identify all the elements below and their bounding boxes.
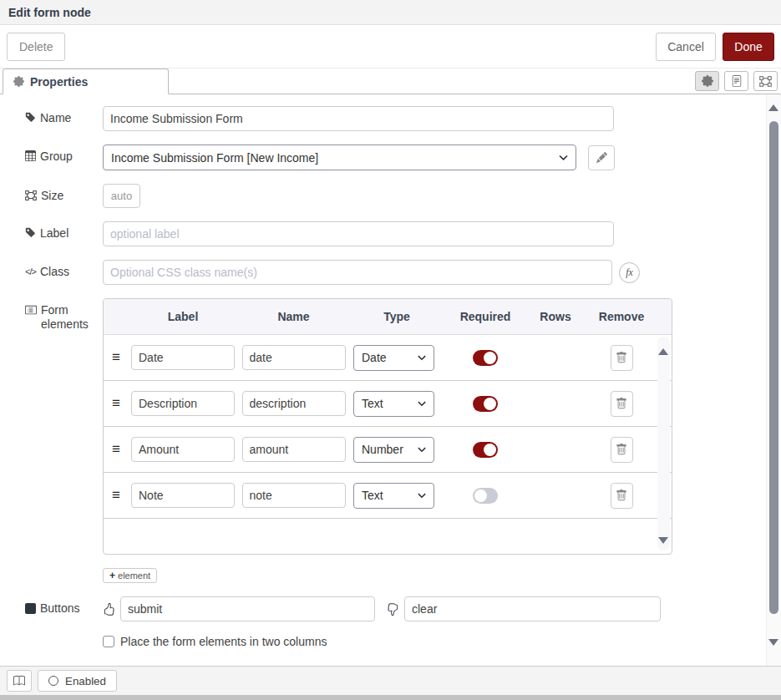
node-help-button[interactable]: [7, 670, 32, 692]
table-scrollbar[interactable]: [657, 337, 670, 550]
drag-handle-icon[interactable]: ≡: [104, 441, 129, 458]
required-toggle[interactable]: [473, 396, 498, 412]
drag-handle-icon[interactable]: ≡: [104, 395, 129, 412]
chevron-down-icon: [558, 152, 569, 163]
scroll-up-arrow[interactable]: [768, 104, 778, 111]
chevron-down-icon: [417, 353, 427, 363]
thumbs-up-icon: [103, 603, 115, 616]
drag-handle-icon[interactable]: ≡: [104, 349, 129, 366]
appearance-view-button[interactable]: [753, 71, 778, 91]
clear-button-text-input[interactable]: [404, 596, 661, 621]
scroll-down-arrow[interactable]: [768, 639, 778, 646]
header-rows: Rows: [527, 310, 584, 323]
element-name-input[interactable]: [242, 391, 346, 416]
dialog-toolbar: Delete Cancel Done: [0, 25, 781, 68]
edit-group-button[interactable]: [588, 145, 615, 170]
header-remove: Remove: [584, 310, 659, 323]
add-element-row: + element: [103, 568, 766, 583]
element-row: ≡ Date: [104, 335, 672, 381]
tab-tools: [695, 71, 778, 91]
remove-element-button[interactable]: [611, 437, 633, 463]
document-icon: [731, 75, 743, 87]
element-row: ≡ Number: [104, 427, 672, 473]
tab-properties[interactable]: Properties: [3, 68, 169, 94]
delete-button[interactable]: Delete: [7, 33, 65, 61]
label-input[interactable]: [103, 221, 614, 246]
table-icon: [25, 150, 36, 161]
header-required: Required: [444, 310, 527, 323]
cancel-button[interactable]: Cancel: [656, 33, 716, 61]
field-row-form-elements: Form elements Label Name Type Required R…: [25, 298, 766, 555]
group-label: Group: [25, 145, 103, 164]
done-button[interactable]: Done: [723, 33, 774, 61]
dialog-footer: Enabled: [0, 666, 781, 695]
required-toggle[interactable]: [473, 350, 498, 366]
required-toggle[interactable]: [473, 488, 498, 504]
buttons-label: Buttons: [25, 596, 103, 616]
code-icon: </>: [25, 265, 36, 279]
drag-handle-icon[interactable]: ≡: [104, 487, 129, 504]
properties-view-button[interactable]: [695, 71, 719, 91]
bottom-strip: [0, 695, 781, 700]
tag-icon: [25, 112, 36, 123]
form-elements-table-header: Label Name Type Required Rows Remove: [104, 299, 672, 335]
chevron-down-icon: [417, 444, 427, 454]
size-frame-icon: [25, 190, 37, 201]
remove-element-button[interactable]: [611, 483, 633, 509]
scrollbar-thumb[interactable]: [769, 121, 778, 614]
element-label-input[interactable]: [131, 391, 235, 416]
element-type-select[interactable]: Text: [353, 391, 434, 417]
required-toggle[interactable]: [473, 442, 498, 458]
group-select[interactable]: Income Submission Form [New Income]: [103, 145, 576, 170]
list-icon: [25, 304, 37, 316]
element-name-input[interactable]: [242, 345, 346, 370]
enabled-toggle-button[interactable]: Enabled: [38, 670, 117, 692]
dialog-title: Edit form node: [8, 6, 91, 19]
two-columns-label: Place the form elements in two columns: [120, 635, 327, 648]
layout-frame-icon: [759, 75, 772, 88]
remove-element-button[interactable]: [611, 391, 633, 417]
name-input[interactable]: [103, 106, 614, 131]
square-icon: [25, 603, 36, 614]
submit-button-text-input[interactable]: [120, 596, 375, 621]
element-type-select[interactable]: Date: [353, 345, 434, 371]
label-label: Label: [25, 221, 103, 241]
element-label-input[interactable]: [131, 437, 235, 462]
class-input[interactable]: [103, 260, 612, 285]
element-name-input[interactable]: [242, 437, 346, 462]
element-name-input[interactable]: [242, 483, 346, 508]
element-row: ≡ Text: [104, 381, 672, 427]
field-row-class: </> Class fx: [25, 260, 766, 285]
scroll-up-arrow[interactable]: [658, 348, 668, 355]
chevron-down-icon: [417, 398, 427, 408]
trash-icon: [616, 489, 627, 501]
form-elements-label: Form elements: [25, 298, 103, 332]
main-scrollbar[interactable]: [766, 94, 781, 666]
tab-properties-label: Properties: [30, 75, 88, 89]
header-type: Type: [350, 310, 444, 323]
trash-icon: [616, 444, 627, 455]
element-type-select[interactable]: Text: [353, 483, 434, 509]
gear-icon: [702, 75, 713, 87]
radio-circle-icon: [48, 676, 58, 686]
element-label-input[interactable]: [131, 483, 235, 508]
name-label: Name: [25, 106, 103, 125]
thumbs-down-icon: [387, 603, 399, 616]
field-row-size: Size auto: [25, 184, 766, 208]
form-elements-table-body: ≡ Date ≡ Text: [104, 335, 672, 554]
header-label: Label: [129, 310, 237, 323]
add-element-button[interactable]: + element: [103, 568, 157, 583]
header-name: Name: [237, 310, 350, 323]
dialog-header: Edit form node: [0, 0, 781, 25]
size-label: Size: [25, 184, 103, 203]
size-auto-button[interactable]: auto: [103, 184, 140, 208]
tag-icon: [25, 227, 36, 238]
pencil-icon: [596, 152, 607, 163]
element-label-input[interactable]: [131, 345, 235, 370]
scroll-down-arrow[interactable]: [658, 537, 668, 544]
remove-element-button[interactable]: [611, 345, 633, 371]
two-columns-checkbox[interactable]: [103, 636, 114, 647]
description-view-button[interactable]: [724, 71, 748, 91]
fx-expand-button[interactable]: fx: [619, 262, 640, 283]
element-type-select[interactable]: Number: [353, 437, 434, 463]
